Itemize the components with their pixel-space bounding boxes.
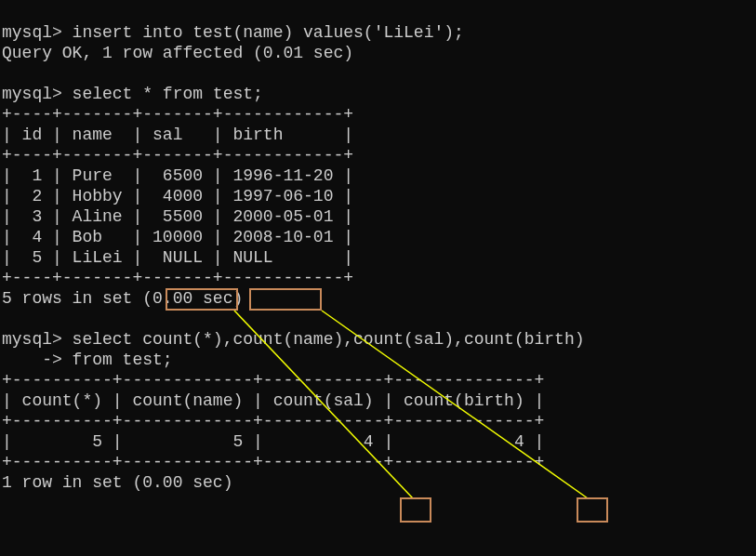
prompt: mysql> <box>2 330 62 349</box>
table1-row: | 1 | Pure | 6500 | 1996-11-20 | <box>2 166 353 185</box>
sql-select-2a: select count(*),count(name),count(sal),c… <box>62 330 585 349</box>
table2-border: +----------+-------------+------------+-… <box>2 371 544 390</box>
table1-row: | 2 | Hobby | 4000 | 1997-06-10 | <box>2 187 353 205</box>
sql-select-2b: from test; <box>62 351 173 369</box>
prompt: mysql> <box>2 23 62 42</box>
count-sal-4-box <box>400 497 431 523</box>
table2-header: | count(*) | count(name) | count(sal) | … <box>2 391 544 410</box>
table1-border: +----+-------+-------+------------+ <box>2 105 353 124</box>
sql-insert: insert into test(name) values('LiLei'); <box>62 23 464 42</box>
table1-row: | 5 | LiLei | NULL | NULL | <box>2 248 353 267</box>
table2-border: +----------+-------------+------------+-… <box>2 412 544 430</box>
terminal-output: mysql> insert into test(name) values('Li… <box>0 0 756 495</box>
rows-in-set-2: 1 row in set (0.00 sec) <box>2 473 232 492</box>
rows-in-set-1: 5 rows in set (0.00 sec) <box>2 289 243 308</box>
continuation-prompt: -> <box>2 351 62 369</box>
table2-row: | 5 | 5 | 4 | 4 | <box>2 432 544 451</box>
sql-select-1: select * from test; <box>62 85 263 103</box>
prompt: mysql> <box>2 85 62 103</box>
response-insert: Query OK, 1 row affected (0.01 sec) <box>2 44 353 62</box>
count-birth-4-box <box>577 497 608 523</box>
table1-row: | 3 | Aline | 5500 | 2000-05-01 | <box>2 207 353 226</box>
table2-border: +----------+-------------+------------+-… <box>2 453 544 471</box>
table1-header: | id | name | sal | birth | <box>2 126 353 144</box>
table1-row: | 4 | Bob | 10000 | 2008-10-01 | <box>2 228 353 246</box>
table1-border: +----+-------+-------+------------+ <box>2 146 353 165</box>
table1-border: +----+-------+-------+------------+ <box>2 269 353 287</box>
